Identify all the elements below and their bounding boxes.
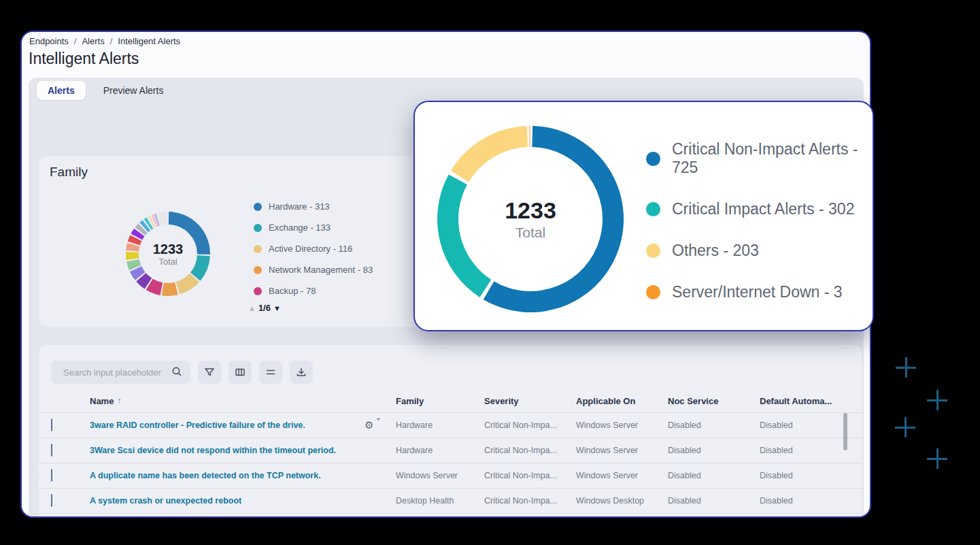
cell-severity: Critical Non-Impa...	[484, 471, 576, 480]
column-header-applicable-on[interactable]: Applicable On	[576, 396, 668, 406]
legend-label: Exchange - 133	[269, 222, 331, 233]
table-row: 3Ware Scsi device did not respond within…	[39, 438, 862, 463]
table-header-row: Name↑FamilySeverityApplicable OnNoc Serv…	[39, 389, 862, 413]
column-header-label: Family	[396, 396, 424, 406]
family-card: Family 1233 Total Hardware - 313Exchange…	[39, 156, 433, 327]
column-header-name[interactable]: Name↑	[90, 396, 396, 406]
legend-dot-icon	[254, 224, 262, 232]
legend-dot-icon	[254, 245, 262, 253]
search-box	[51, 361, 190, 384]
family-donut-svg	[126, 212, 210, 296]
legend-item: Server/Internet Down - 3	[646, 283, 873, 301]
row-checkbox[interactable]	[51, 494, 52, 507]
column-header-label: Applicable On	[576, 396, 635, 406]
legend-item: Hardware - 313	[254, 201, 373, 212]
cell-family: Hardware	[396, 420, 484, 430]
legend-label: Active Directory - 116	[269, 244, 352, 254]
alert-name-link[interactable]: A system crash or unexpected reboot	[90, 496, 241, 506]
cell-family: Hardware	[396, 446, 484, 455]
family-donut-chart[interactable]: 1233 Total	[126, 212, 210, 296]
table-row: 3ware RAID controller - Predictive failu…	[39, 413, 862, 438]
row-checkbox[interactable]	[51, 444, 52, 457]
page-title: Intelligent Alerts	[29, 50, 139, 68]
legend-dot-icon	[254, 266, 262, 274]
legend-label: Hardware - 313	[269, 201, 330, 212]
cell-family: Desktop Health	[396, 496, 484, 506]
gear-plus-icon[interactable]: ⚙+	[365, 418, 378, 432]
window-header: Endpoints/Alerts/Intelligent Alerts Inte…	[22, 32, 870, 78]
legend-item: Exchange - 133	[254, 222, 373, 233]
row-checkbox[interactable]	[51, 469, 52, 482]
cell-noc-service: Disabled	[668, 496, 760, 506]
cell-applicable-on: Windows Server	[576, 446, 668, 455]
alert-name-link[interactable]: A duplicate name has been detected on th…	[90, 471, 321, 480]
legend-label: Critical Impact Alerts - 302	[672, 200, 854, 218]
density-button[interactable]	[259, 361, 282, 384]
pager-page-number: 1/6	[258, 303, 271, 313]
cell-default-automation: Disabled	[760, 471, 862, 480]
legend-label: Backup - 78	[269, 286, 316, 296]
column-header-label: Noc Service	[668, 396, 718, 406]
table-row: A system crash or unexpected rebootDeskt…	[39, 489, 862, 514]
family-card-title: Family	[50, 165, 88, 180]
legend-item: Backup - 78	[254, 286, 373, 296]
legend-dot-icon	[646, 152, 660, 166]
cell-applicable-on: Windows Server	[576, 420, 668, 430]
pager-down-icon[interactable]: ▼	[273, 304, 281, 312]
alert-name-link[interactable]: 3Ware Scsi device did not respond within…	[90, 446, 336, 455]
column-header-family[interactable]: Family	[396, 396, 484, 406]
legend-pager: ▲ 1/6 ▼	[248, 303, 281, 313]
cell-applicable-on: Windows Desktop	[576, 496, 668, 506]
legend-item: Critical Non-Impact Alerts - 725	[646, 140, 873, 177]
legend-label: Network Management - 83	[269, 265, 373, 275]
sort-ascending-icon: ↑	[117, 396, 121, 406]
alerts-donut-chart[interactable]: 1233 Total	[437, 126, 624, 312]
export-button[interactable]	[290, 361, 313, 384]
legend-label: Others - 203	[672, 242, 759, 260]
column-header-label: Name	[90, 396, 114, 406]
breadcrumb-item[interactable]: Intelligent Alerts	[118, 36, 180, 46]
column-header-label: Default Automa...	[760, 396, 832, 406]
legend-item: Others - 203	[646, 242, 873, 260]
plus-decoration-icon	[896, 357, 916, 378]
download-icon	[296, 367, 307, 378]
legend-item: Network Management - 83	[254, 265, 373, 275]
tab-preview-alerts[interactable]: Preview Alerts	[92, 81, 175, 100]
cell-applicable-on: Windows Server	[576, 471, 668, 480]
alert-name-link[interactable]: 3ware RAID controller - Predictive failu…	[90, 420, 305, 430]
alerts-legend: Critical Non-Impact Alerts - 725Critical…	[646, 140, 873, 301]
cell-family: Windows Server	[396, 471, 484, 480]
column-header-default-automa[interactable]: Default Automa...	[760, 396, 862, 406]
funnel-icon	[204, 367, 215, 378]
search-input[interactable]	[51, 361, 179, 384]
alerts-breakdown-popup: 1233 Total Critical Non-Impact Alerts - …	[413, 101, 874, 331]
column-header-severity[interactable]: Severity	[484, 396, 576, 406]
cell-severity: Critical Non-Impa...	[484, 420, 576, 430]
stage: Endpoints/Alerts/Intelligent Alerts Inte…	[0, 0, 980, 545]
plus-decoration-icon	[895, 417, 915, 437]
breadcrumb-item[interactable]: Alerts	[82, 36, 104, 46]
columns-button[interactable]	[229, 361, 252, 384]
breadcrumb: Endpoints/Alerts/Intelligent Alerts	[29, 36, 180, 46]
alerts-donut-svg	[437, 126, 624, 312]
filter-button[interactable]	[198, 361, 221, 384]
breadcrumb-separator: /	[74, 36, 77, 46]
column-header-noc-service[interactable]: Noc Service	[668, 396, 760, 406]
breadcrumb-separator: /	[110, 36, 113, 46]
column-header-label: Severity	[484, 396, 519, 406]
row-density-icon	[265, 367, 276, 378]
breadcrumb-item[interactable]: Endpoints	[29, 36, 69, 46]
legend-label: Server/Internet Down - 3	[672, 283, 843, 301]
table-row: A duplicate name has been detected on th…	[39, 463, 862, 489]
cell-noc-service: Disabled	[668, 420, 760, 430]
legend-label: Critical Non-Impact Alerts - 725	[672, 140, 873, 177]
table-scrollbar-thumb[interactable]	[843, 413, 847, 450]
alerts-table-card: Name↑FamilySeverityApplicable OnNoc Serv…	[39, 345, 862, 518]
legend-dot-icon	[254, 203, 262, 211]
row-checkbox[interactable]	[51, 418, 52, 431]
pager-up-icon[interactable]: ▲	[248, 304, 256, 312]
cell-severity: Critical Non-Impa...	[484, 446, 576, 455]
columns-icon	[235, 367, 246, 378]
tab-alerts[interactable]: Alerts	[37, 81, 86, 100]
legend-item: Critical Impact Alerts - 302	[646, 200, 873, 218]
